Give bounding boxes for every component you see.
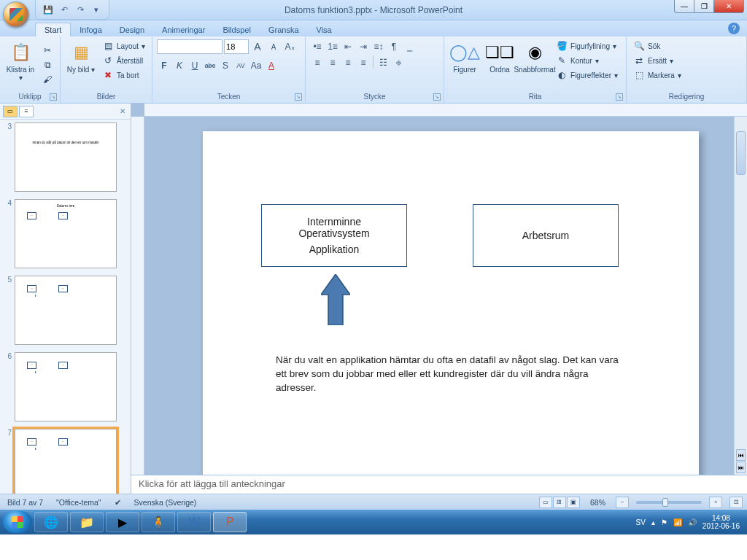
tray-volume-icon[interactable]: 🔊: [688, 518, 697, 526]
tray-lang[interactable]: SV: [636, 518, 646, 526]
text-box-internminne[interactable]: Internminne Operativsystem Applikation: [261, 204, 407, 267]
text-box-arbetsrum[interactable]: Arbetsrum: [473, 204, 619, 267]
align-text-button[interactable]: ⎯: [402, 39, 417, 54]
align-left-button[interactable]: ≡: [310, 55, 325, 70]
prev-slide-button[interactable]: ⏮: [736, 449, 746, 461]
font-color-button[interactable]: A: [264, 58, 279, 73]
shape-outline-button[interactable]: ✎Kontur ▾: [554, 54, 620, 67]
zoom-out-button[interactable]: −: [616, 497, 629, 508]
increase-indent-button[interactable]: ⇥: [356, 39, 371, 54]
spell-check-icon[interactable]: ✔: [112, 498, 124, 507]
quick-styles-button[interactable]: ◉Snabbformat: [519, 39, 551, 75]
underline-button[interactable]: U: [187, 58, 202, 73]
font-size-input[interactable]: [224, 39, 249, 54]
arrange-button[interactable]: ❏❏Ordna: [484, 39, 516, 75]
char-spacing-button[interactable]: AV: [233, 58, 248, 73]
slides-tab-icon[interactable]: ▭: [3, 106, 18, 117]
shape-fill-button[interactable]: 🪣Figurfyllning ▾: [554, 39, 620, 52]
scrollbar-thumb[interactable]: [736, 131, 746, 175]
shape-effects-button[interactable]: ◐Figureffekter ▾: [554, 69, 620, 82]
tab-design[interactable]: Design: [111, 23, 153, 36]
zoom-in-button[interactable]: +: [709, 497, 722, 508]
save-icon[interactable]: 💾: [42, 3, 55, 16]
panel-close-icon[interactable]: ✕: [117, 107, 128, 115]
undo-icon[interactable]: ↶: [58, 3, 71, 16]
language-status[interactable]: Svenska (Sverige): [131, 498, 200, 507]
taskbar-explorer[interactable]: 📁: [70, 512, 104, 532]
strike-button[interactable]: abc: [203, 58, 217, 73]
minimize-button[interactable]: —: [674, 0, 694, 13]
zoom-slider[interactable]: [636, 501, 702, 504]
close-button[interactable]: ✕: [713, 0, 744, 13]
decrease-indent-button[interactable]: ⇤: [341, 39, 355, 54]
slideshow-view-button[interactable]: ▣: [567, 497, 580, 508]
shrink-font-button[interactable]: A: [266, 39, 281, 54]
vertical-scrollbar[interactable]: ⏮ ⏭: [734, 117, 747, 475]
sorter-view-button[interactable]: ⊞: [553, 497, 566, 508]
outline-tab-icon[interactable]: ≡: [19, 106, 34, 117]
redo-icon[interactable]: ↷: [74, 3, 87, 16]
paste-button[interactable]: 📋 Klistra in ▾: [4, 39, 36, 83]
change-case-button[interactable]: Aa: [249, 58, 263, 73]
thumbnail-item[interactable]: 6 ······ ⬆: [3, 352, 128, 421]
fit-window-button[interactable]: ⊡: [729, 497, 743, 508]
taskbar-media[interactable]: ▶: [106, 512, 139, 532]
thumbnail-item[interactable]: 3 Innan du slår på datorn är den en tom …: [3, 122, 128, 192]
up-arrow-shape[interactable]: [321, 274, 350, 325]
tray-network-icon[interactable]: 📶: [673, 518, 682, 526]
replace-button[interactable]: ⇄Ersätt ▾: [631, 54, 684, 67]
clear-format-button[interactable]: Aₓ: [282, 39, 297, 54]
thumbnail-6[interactable]: ······ ⬆: [15, 352, 117, 421]
zoom-value[interactable]: 68%: [587, 498, 608, 507]
tray-flag-icon[interactable]: ⚑: [661, 518, 667, 526]
reset-button[interactable]: ↺Återställ: [100, 54, 147, 67]
next-slide-button[interactable]: ⏭: [736, 462, 746, 473]
align-center-button[interactable]: ≡: [325, 55, 340, 70]
thumbnail-item[interactable]: 5 ······ ⬆: [3, 276, 128, 345]
smart-art-button[interactable]: ⎆: [391, 55, 406, 70]
thumbnail-5[interactable]: ······ ⬆: [15, 276, 117, 345]
horizontal-ruler[interactable]: [144, 104, 747, 117]
tray-show-hidden-icon[interactable]: ▴: [651, 518, 655, 526]
notes-pane[interactable]: Klicka för att lägga till anteckningar: [131, 475, 747, 494]
taskbar-powerpoint[interactable]: P: [213, 512, 247, 532]
line-spacing-button[interactable]: ≡↕: [371, 39, 386, 54]
align-right-button[interactable]: ≡: [341, 55, 355, 70]
tray-clock[interactable]: 14:08 2012-06-16: [703, 514, 740, 530]
tab-bildspel[interactable]: Bildspel: [214, 23, 260, 36]
zoom-thumb[interactable]: [662, 498, 668, 507]
current-slide[interactable]: Internminne Operativsystem Applikation A…: [203, 131, 699, 475]
shadow-button[interactable]: S: [218, 58, 233, 73]
font-name-input[interactable]: [157, 39, 222, 54]
thumbnail-item[interactable]: 4 Datorns inre ······: [3, 199, 128, 268]
vertical-ruler[interactable]: [131, 117, 144, 475]
launcher-icon[interactable]: ↘: [616, 93, 623, 101]
slide-canvas[interactable]: Internminne Operativsystem Applikation A…: [144, 117, 734, 475]
theme-name[interactable]: "Office-tema": [53, 498, 104, 507]
thumbnail-4[interactable]: Datorns inre ······: [15, 199, 117, 268]
maximize-button[interactable]: ❐: [694, 0, 714, 13]
cut-button[interactable]: ✂: [39, 44, 55, 57]
layout-button[interactable]: ▤Layout ▾: [100, 39, 147, 52]
bold-button[interactable]: F: [157, 58, 171, 73]
taskbar-word[interactable]: W: [177, 512, 211, 532]
new-slide-button[interactable]: ▦ Ny bild ▾: [65, 39, 97, 75]
launcher-icon[interactable]: ↘: [50, 93, 57, 101]
office-button[interactable]: [3, 1, 29, 28]
italic-button[interactable]: K: [172, 58, 187, 73]
text-direction-button[interactable]: ¶: [387, 39, 401, 54]
start-button[interactable]: [3, 511, 32, 533]
tab-granska[interactable]: Granska: [260, 23, 308, 36]
select-button[interactable]: ⬚Markera ▾: [631, 69, 684, 82]
help-icon[interactable]: ?: [728, 23, 740, 34]
taskbar-app1[interactable]: 🧍: [142, 512, 175, 532]
body-text[interactable]: När du valt en applikation hämtar du oft…: [276, 354, 619, 395]
thumbnail-item[interactable]: 7 ······ ⬆: [3, 429, 128, 494]
columns-button[interactable]: ☷: [376, 55, 390, 70]
launcher-icon[interactable]: ↘: [295, 93, 302, 101]
find-button[interactable]: 🔍Sök: [631, 39, 684, 52]
slide-counter[interactable]: Bild 7 av 7: [4, 498, 46, 507]
thumbnails-list[interactable]: 3 Innan du slår på datorn är den en tom …: [0, 120, 131, 494]
format-painter-button[interactable]: 🖌: [39, 73, 55, 86]
thumbnail-7[interactable]: ······ ⬆: [15, 429, 117, 494]
